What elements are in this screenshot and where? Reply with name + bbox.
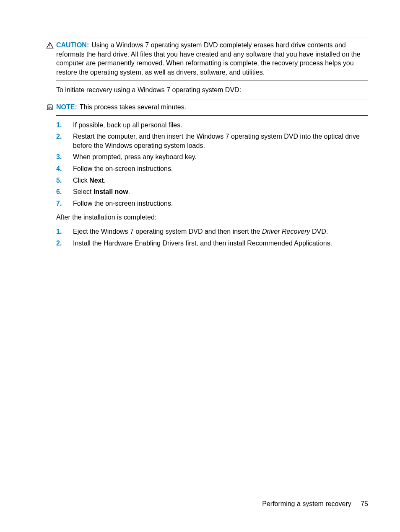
- after-paragraph: After the installation is completed:: [56, 213, 368, 222]
- caution-label: CAUTION:: [56, 41, 89, 49]
- list-item: 1. If possible, back up all personal fil…: [56, 121, 368, 130]
- warning-icon: [46, 41, 54, 49]
- document-page: CAUTION:Using a Windows 7 operating syst…: [0, 0, 400, 532]
- step-text: Restart the computer, and then insert th…: [73, 133, 360, 149]
- initiate-paragraph: To initiate recovery using a Windows 7 o…: [56, 85, 368, 95]
- step-text: Follow the on-screen instructions.: [73, 200, 173, 207]
- caution-text: CAUTION:Using a Windows 7 operating syst…: [56, 41, 361, 76]
- step-text: Click Next.: [73, 177, 106, 184]
- caution-callout: CAUTION:Using a Windows 7 operating syst…: [56, 38, 368, 80]
- step-number: 4.: [56, 164, 62, 173]
- step-number: 1.: [56, 121, 62, 130]
- step-text: Follow the on-screen instructions.: [73, 165, 173, 172]
- note-callout: NOTE:This process takes several minutes.: [56, 100, 368, 116]
- note-icon: [46, 103, 54, 111]
- step-number: 7.: [56, 199, 62, 208]
- list-item: 7. Follow the on-screen instructions.: [56, 199, 368, 208]
- list-item: 1. Eject the Windows 7 operating system …: [56, 227, 368, 236]
- footer-section-title: Performing a system recovery: [262, 500, 351, 507]
- list-item: 5. Click Next.: [56, 176, 368, 185]
- step-number: 1.: [56, 227, 62, 236]
- svg-point-1: [49, 47, 50, 48]
- list-item: 2. Restart the computer, and then insert…: [56, 132, 368, 150]
- step-text: Install the Hardware Enabling Drivers fi…: [73, 240, 332, 247]
- list-item: 6. Select Install now.: [56, 187, 368, 196]
- note-label: NOTE:: [56, 103, 77, 111]
- caution-body: Using a Windows 7 operating system DVD c…: [56, 41, 361, 76]
- list-item: 3. When prompted, press any keyboard key…: [56, 152, 368, 162]
- step-number: 2.: [56, 239, 62, 248]
- step-text: When prompted, press any keyboard key.: [73, 153, 197, 160]
- step-text: Select Install now.: [73, 188, 130, 195]
- note-body: This process takes several minutes.: [80, 103, 186, 111]
- step-text: If possible, back up all personal files.: [73, 121, 182, 129]
- list-item: 4. Follow the on-screen instructions.: [56, 164, 368, 173]
- footer-page-number: 75: [361, 500, 368, 507]
- page-footer: Performing a system recovery 75: [32, 499, 368, 509]
- steps-list-1: 1. If possible, back up all personal fil…: [56, 121, 368, 208]
- step-number: 2.: [56, 132, 62, 141]
- note-text: NOTE:This process takes several minutes.: [56, 103, 186, 111]
- list-item: 2. Install the Hardware Enabling Drivers…: [56, 239, 368, 248]
- step-number: 5.: [56, 176, 62, 185]
- content-column: CAUTION:Using a Windows 7 operating syst…: [56, 38, 368, 248]
- step-number: 6.: [56, 187, 62, 196]
- step-text: Eject the Windows 7 operating system DVD…: [73, 228, 328, 235]
- step-number: 3.: [56, 152, 62, 162]
- steps-list-2: 1. Eject the Windows 7 operating system …: [56, 227, 368, 248]
